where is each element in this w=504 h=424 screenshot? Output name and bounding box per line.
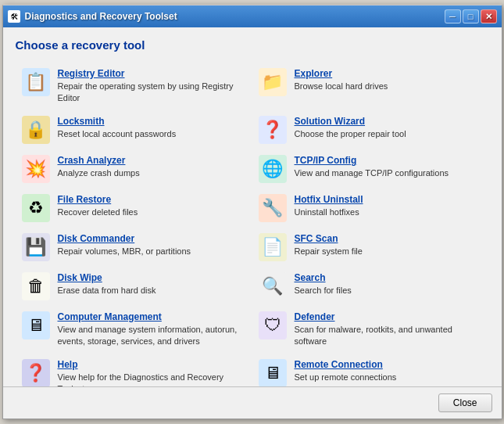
crash-analyzer-name[interactable]: Crash Analyzer: [58, 155, 140, 166]
computer-management-name[interactable]: Computer Management: [58, 311, 246, 322]
disk-wipe-icon: 🗑: [22, 272, 50, 300]
disk-commander-name[interactable]: Disk Commander: [58, 233, 191, 244]
titlebar-buttons: ─ □ ✕: [445, 9, 497, 23]
close-window-button[interactable]: ✕: [481, 9, 497, 23]
tool-item-solution-wizard[interactable]: ❓ Solution Wizard Choose the proper repa…: [252, 110, 489, 149]
search-text: Search Search for files: [295, 272, 352, 296]
defender-text: Defender Scan for malware, rootkits, and…: [295, 311, 483, 348]
file-restore-icon: ♻: [22, 194, 50, 222]
defender-name[interactable]: Defender: [295, 311, 483, 322]
locksmith-icon: 🔒: [22, 116, 50, 144]
tool-item-explorer[interactable]: 📁 Explorer Browse local hard drives: [252, 63, 489, 110]
disk-commander-icon: 💾: [22, 233, 50, 261]
computer-management-desc: View and manage system information, auto…: [58, 324, 246, 348]
help-name[interactable]: Help: [58, 359, 246, 370]
tool-item-disk-commander[interactable]: 💾 Disk Commander Repair volumes, MBR, or…: [16, 228, 252, 267]
explorer-icon: 📁: [259, 68, 287, 96]
registry-editor-icon: 📋: [22, 68, 50, 96]
disk-commander-desc: Repair volumes, MBR, or partitions: [58, 246, 191, 257]
titlebar: 🛠 Diagnostics and Recovery Toolset ─ □ ✕: [3, 5, 502, 27]
registry-editor-desc: Repair the operating system by using Reg…: [58, 81, 246, 105]
disk-wipe-name[interactable]: Disk Wipe: [58, 272, 156, 283]
solution-wizard-desc: Choose the proper repair tool: [295, 128, 406, 140]
locksmith-name[interactable]: Locksmith: [58, 116, 177, 127]
tool-item-defender[interactable]: 🛡 Defender Scan for malware, rootkits, a…: [252, 306, 489, 354]
disk-commander-text: Disk Commander Repair volumes, MBR, or p…: [58, 233, 191, 257]
hotfix-uninstall-icon: 🔧: [259, 194, 287, 222]
tool-item-file-restore[interactable]: ♻ File Restore Recover deleted files: [16, 189, 252, 228]
tool-item-disk-wipe[interactable]: 🗑 Disk Wipe Erase data from hard disk: [16, 267, 252, 306]
solution-wizard-icon: ❓: [259, 116, 287, 144]
titlebar-left: 🛠 Diagnostics and Recovery Toolset: [8, 10, 177, 23]
tools-grid: 📋 Registry Editor Repair the operating s…: [16, 63, 489, 386]
file-restore-desc: Recover deleted files: [58, 207, 138, 218]
tool-item-search[interactable]: 🔍 Search Search for files: [252, 267, 489, 306]
locksmith-desc: Reset local account passwords: [58, 128, 177, 140]
disk-wipe-desc: Erase data from hard disk: [58, 285, 156, 296]
explorer-desc: Browse local hard drives: [295, 81, 388, 92]
explorer-name[interactable]: Explorer: [295, 68, 388, 79]
window-icon: 🛠: [8, 10, 20, 23]
sfc-scan-name[interactable]: SFC Scan: [295, 233, 363, 244]
tool-item-crash-analyzer[interactable]: 💥 Crash Analyzer Analyze crash dumps: [16, 149, 252, 189]
sfc-scan-text: SFC Scan Repair system file: [295, 233, 363, 257]
tool-item-tcpip-config[interactable]: 🌐 TCP/IP Config View and manage TCP/IP c…: [252, 149, 489, 189]
solution-wizard-text: Solution Wizard Choose the proper repair…: [295, 116, 406, 140]
disk-wipe-text: Disk Wipe Erase data from hard disk: [58, 272, 156, 296]
locksmith-text: Locksmith Reset local account passwords: [58, 116, 177, 140]
crash-analyzer-desc: Analyze crash dumps: [58, 167, 140, 179]
computer-management-icon: 🖥: [22, 311, 50, 340]
tcpip-config-desc: View and manage TCP/IP configurations: [295, 167, 449, 179]
explorer-text: Explorer Browse local hard drives: [295, 68, 388, 92]
search-name[interactable]: Search: [295, 272, 352, 283]
defender-desc: Scan for malware, rootkits, and unwanted…: [295, 324, 483, 348]
file-restore-text: File Restore Recover deleted files: [58, 194, 138, 218]
footer: Close: [3, 386, 502, 419]
maximize-button[interactable]: □: [463, 9, 479, 23]
tool-item-locksmith[interactable]: 🔒 Locksmith Reset local account password…: [16, 110, 252, 149]
search-icon: 🔍: [259, 272, 287, 300]
tool-item-remote-connection[interactable]: 🖥 Remote Connection Set up remote connec…: [252, 354, 489, 386]
tool-item-sfc-scan[interactable]: 📄 SFC Scan Repair system file: [252, 228, 489, 267]
tool-item-help[interactable]: ❓ Help View help for the Diagnostics and…: [16, 354, 252, 386]
remote-connection-name[interactable]: Remote Connection: [295, 359, 397, 370]
solution-wizard-name[interactable]: Solution Wizard: [295, 116, 406, 127]
help-icon: ❓: [22, 359, 50, 386]
crash-analyzer-text: Crash Analyzer Analyze crash dumps: [58, 155, 140, 179]
window-title: Diagnostics and Recovery Toolset: [25, 11, 177, 22]
defender-icon: 🛡: [259, 311, 287, 340]
tool-item-registry-editor[interactable]: 📋 Registry Editor Repair the operating s…: [16, 63, 252, 110]
remote-connection-text: Remote Connection Set up remote connecti…: [295, 359, 397, 383]
hotfix-uninstall-text: Hotfix Uninstall Uninstall hotfixes: [295, 194, 363, 218]
help-text: Help View help for the Diagnostics and R…: [58, 359, 246, 386]
crash-analyzer-icon: 💥: [22, 155, 50, 183]
registry-editor-name[interactable]: Registry Editor: [58, 68, 246, 79]
help-desc: View help for the Diagnostics and Recove…: [58, 372, 246, 386]
tool-item-hotfix-uninstall[interactable]: 🔧 Hotfix Uninstall Uninstall hotfixes: [252, 189, 489, 228]
sfc-scan-icon: 📄: [259, 233, 287, 261]
file-restore-name[interactable]: File Restore: [58, 194, 138, 205]
minimize-button[interactable]: ─: [445, 9, 461, 23]
page-heading: Choose a recovery tool: [16, 38, 489, 52]
tcpip-config-name[interactable]: TCP/IP Config: [295, 155, 449, 166]
main-window: 🛠 Diagnostics and Recovery Toolset ─ □ ✕…: [2, 5, 502, 419]
remote-connection-desc: Set up remote connections: [295, 372, 397, 383]
remote-connection-icon: 🖥: [259, 359, 287, 386]
close-button[interactable]: Close: [438, 393, 492, 412]
tcpip-config-icon: 🌐: [259, 155, 287, 183]
search-desc: Search for files: [295, 285, 352, 296]
hotfix-uninstall-name[interactable]: Hotfix Uninstall: [295, 194, 363, 205]
sfc-scan-desc: Repair system file: [295, 246, 363, 257]
tool-item-computer-management[interactable]: 🖥 Computer Management View and manage sy…: [16, 306, 252, 354]
content-area: Choose a recovery tool 📋 Registry Editor…: [3, 27, 502, 386]
hotfix-uninstall-desc: Uninstall hotfixes: [295, 207, 363, 218]
computer-management-text: Computer Management View and manage syst…: [58, 311, 246, 348]
registry-editor-text: Registry Editor Repair the operating sys…: [58, 68, 246, 105]
tcpip-config-text: TCP/IP Config View and manage TCP/IP con…: [295, 155, 449, 179]
